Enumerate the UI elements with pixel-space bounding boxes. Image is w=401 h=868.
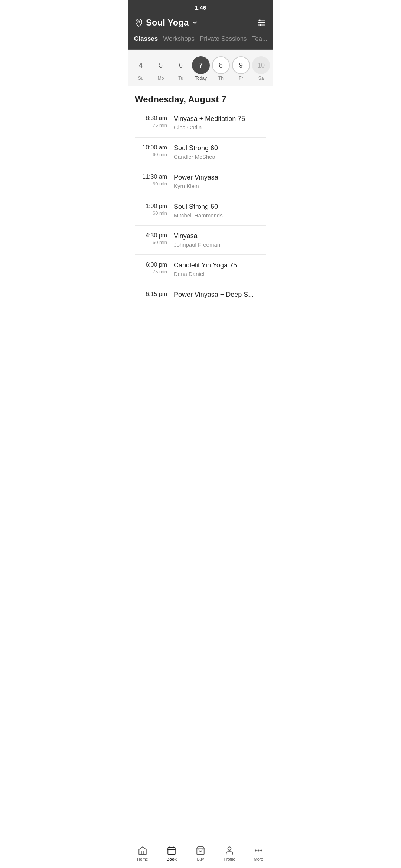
date-circle-6: 6 xyxy=(172,56,190,74)
class-item-1[interactable]: 10:00 am 60 min Soul Strong 60 Candler M… xyxy=(135,138,266,167)
date-day-today: Today xyxy=(195,76,207,81)
class-item-4[interactable]: 4:30 pm 60 min Vinyasa Johnpaul Freeman xyxy=(135,226,266,255)
tab-workshops[interactable]: Workshops xyxy=(163,33,200,45)
date-circle-10: 10 xyxy=(252,56,270,74)
class-time-4: 4:30 pm 60 min xyxy=(135,232,174,245)
class-info-4: Vinyasa Johnpaul Freeman xyxy=(174,232,266,248)
status-time: 1:46 xyxy=(195,4,206,11)
header-left[interactable]: Soul Yoga xyxy=(135,17,198,28)
tab-private-sessions[interactable]: Private Sessions xyxy=(200,33,252,45)
svg-point-5 xyxy=(262,22,264,23)
svg-point-6 xyxy=(260,24,261,26)
date-day-sa: Sa xyxy=(258,76,264,81)
date-day-mo: Mo xyxy=(158,76,164,81)
date-item-fri[interactable]: 9 Fr xyxy=(232,56,250,81)
class-time-1: 10:00 am 60 min xyxy=(135,144,174,157)
class-item-0[interactable]: 8:30 am 75 min Vinyasa + Meditation 75 G… xyxy=(135,108,266,138)
main-content: Wednesday, August 7 8:30 am 75 min Vinya… xyxy=(128,86,273,337)
date-item-thu[interactable]: 8 Th xyxy=(212,56,230,81)
date-item-mon[interactable]: 5 Mo xyxy=(152,56,170,81)
date-item-tue[interactable]: 6 Tu xyxy=(172,56,190,81)
date-item-sat[interactable]: 10 Sa xyxy=(252,56,270,81)
tab-classes[interactable]: Classes xyxy=(134,33,163,45)
nav-tabs: Classes Workshops Private Sessions Tea..… xyxy=(128,33,273,50)
location-pin-icon xyxy=(135,19,143,27)
date-day-th: Th xyxy=(218,76,224,81)
class-info-6: Power Vinyasa + Deep S... xyxy=(174,291,266,300)
class-item-5[interactable]: 6:00 pm 75 min Candlelit Yin Yoga 75 Den… xyxy=(135,255,266,284)
class-item-2[interactable]: 11:30 am 60 min Power Vinyasa Kym Klein xyxy=(135,167,266,196)
class-info-3: Soul Strong 60 Mitchell Hammonds xyxy=(174,203,266,218)
class-time-2: 11:30 am 60 min xyxy=(135,174,174,187)
date-day-su: Su xyxy=(138,76,144,81)
class-info-2: Power Vinyasa Kym Klein xyxy=(174,174,266,189)
date-circle-7: 7 xyxy=(192,56,210,74)
class-info-5: Candlelit Yin Yoga 75 Dena Daniel xyxy=(174,262,266,277)
date-circle-5: 5 xyxy=(152,56,170,74)
date-circle-9: 9 xyxy=(232,56,250,74)
header: Soul Yoga xyxy=(128,14,273,33)
svg-point-4 xyxy=(259,19,261,21)
date-item-sun[interactable]: 4 Su xyxy=(132,56,150,81)
date-item-today[interactable]: 7 Today xyxy=(192,56,210,81)
date-circle-4: 4 xyxy=(132,56,150,74)
date-day-tu: Tu xyxy=(178,76,183,81)
chevron-down-icon[interactable] xyxy=(192,19,198,26)
class-item-3[interactable]: 1:00 pm 60 min Soul Strong 60 Mitchell H… xyxy=(135,196,266,226)
class-item-6[interactable]: 6:15 pm Power Vinyasa + Deep S... xyxy=(135,284,266,307)
tab-teachers[interactable]: Tea... xyxy=(252,33,273,45)
date-picker: 4 Su 5 Mo 6 Tu 7 Today 8 Th 9 Fr 10 Sa xyxy=(128,50,273,86)
day-heading: Wednesday, August 7 xyxy=(135,86,266,108)
date-circle-8: 8 xyxy=(212,56,230,74)
class-time-0: 8:30 am 75 min xyxy=(135,115,174,128)
class-list: 8:30 am 75 min Vinyasa + Meditation 75 G… xyxy=(135,108,266,307)
class-time-6: 6:15 pm xyxy=(135,291,174,298)
class-time-3: 1:00 pm 60 min xyxy=(135,203,174,216)
class-info-0: Vinyasa + Meditation 75 Gina Gatlin xyxy=(174,115,266,131)
status-bar: 1:46 xyxy=(128,0,273,14)
class-time-5: 6:00 pm 75 min xyxy=(135,262,174,274)
class-info-1: Soul Strong 60 Candler McShea xyxy=(174,144,266,160)
filter-icon[interactable] xyxy=(257,18,266,27)
svg-point-0 xyxy=(138,21,140,23)
date-day-fr: Fr xyxy=(239,76,243,81)
studio-name: Soul Yoga xyxy=(146,17,189,28)
